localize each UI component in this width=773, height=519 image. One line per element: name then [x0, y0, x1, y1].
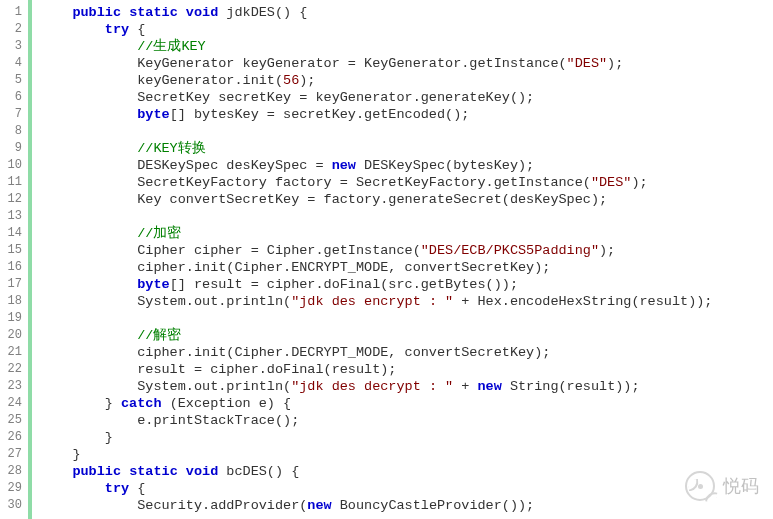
line-number: 30 — [4, 497, 22, 514]
line-number: 4 — [4, 55, 22, 72]
code-line: cipher.init(Cipher.DECRYPT_MODE, convert… — [40, 344, 773, 361]
code-line: //生成KEY — [40, 38, 773, 55]
code-editor: 1234567891011121314151617181920212223242… — [0, 0, 773, 519]
code-line: SecretKeyFactory factory = SecretKeyFact… — [40, 174, 773, 191]
line-number: 23 — [4, 378, 22, 395]
line-number: 15 — [4, 242, 22, 259]
code-line: keyGenerator.init(56); — [40, 72, 773, 89]
line-number: 9 — [4, 140, 22, 157]
line-number: 11 — [4, 174, 22, 191]
code-line: public static void bcDES() { — [40, 463, 773, 480]
line-number: 26 — [4, 429, 22, 446]
code-line: //解密 — [40, 327, 773, 344]
code-line: cipher.init(Cipher.ENCRYPT_MODE, convert… — [40, 259, 773, 276]
line-number-gutter: 1234567891011121314151617181920212223242… — [0, 0, 28, 519]
line-number: 13 — [4, 208, 22, 225]
code-line — [40, 123, 773, 140]
line-number: 3 — [4, 38, 22, 55]
code-line: Key convertSecretKey = factory.generateS… — [40, 191, 773, 208]
code-line: try { — [40, 480, 773, 497]
code-line: byte[] bytesKey = secretKey.getEncoded()… — [40, 106, 773, 123]
code-line — [40, 208, 773, 225]
line-number: 22 — [4, 361, 22, 378]
code-line: System.out.println("jdk des decrypt : " … — [40, 378, 773, 395]
line-number: 28 — [4, 463, 22, 480]
code-line: byte[] result = cipher.doFinal(src.getBy… — [40, 276, 773, 293]
code-line: Security.addProvider(new BouncyCastlePro… — [40, 497, 773, 514]
line-number: 2 — [4, 21, 22, 38]
code-line: } catch (Exception e) { — [40, 395, 773, 412]
code-line: System.out.println("jdk des encrypt : " … — [40, 293, 773, 310]
line-number: 25 — [4, 412, 22, 429]
line-number: 12 — [4, 191, 22, 208]
line-number: 1 — [4, 4, 22, 21]
line-number: 27 — [4, 446, 22, 463]
code-line: try { — [40, 21, 773, 38]
code-line: } — [40, 446, 773, 463]
line-number: 8 — [4, 123, 22, 140]
line-number: 21 — [4, 344, 22, 361]
line-number: 18 — [4, 293, 22, 310]
code-area: public static void jdkDES() { try { //生成… — [28, 0, 773, 519]
code-line: SecretKey secretKey = keyGenerator.gener… — [40, 89, 773, 106]
code-line: } — [40, 429, 773, 446]
code-line: Cipher cipher = Cipher.getInstance("DES/… — [40, 242, 773, 259]
line-number: 17 — [4, 276, 22, 293]
line-number: 14 — [4, 225, 22, 242]
code-line: KeyGenerator keyGenerator = KeyGenerator… — [40, 55, 773, 72]
line-number: 20 — [4, 327, 22, 344]
line-number: 19 — [4, 310, 22, 327]
line-number: 5 — [4, 72, 22, 89]
line-number: 6 — [4, 89, 22, 106]
code-line — [40, 310, 773, 327]
code-line: DESKeySpec desKeySpec = new DESKeySpec(b… — [40, 157, 773, 174]
line-number: 16 — [4, 259, 22, 276]
code-line: result = cipher.doFinal(result); — [40, 361, 773, 378]
line-number: 10 — [4, 157, 22, 174]
line-number: 7 — [4, 106, 22, 123]
code-line: //KEY转换 — [40, 140, 773, 157]
line-number: 24 — [4, 395, 22, 412]
line-number: 29 — [4, 480, 22, 497]
code-line: e.printStackTrace(); — [40, 412, 773, 429]
code-line: //加密 — [40, 225, 773, 242]
code-line: public static void jdkDES() { — [40, 4, 773, 21]
